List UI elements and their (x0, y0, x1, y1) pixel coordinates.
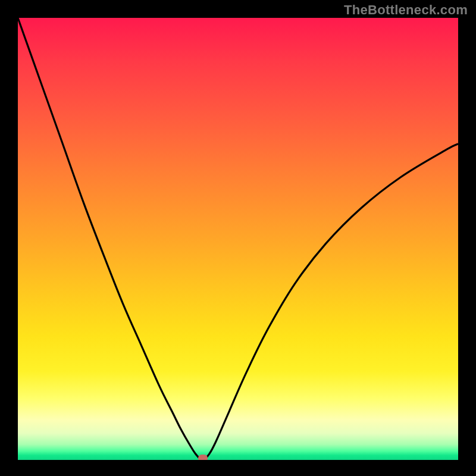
optimal-point-marker (198, 455, 208, 460)
bottleneck-curve (18, 18, 458, 460)
curve-path (18, 18, 458, 460)
chart-frame: TheBottleneck.com (0, 0, 476, 476)
plot-area (18, 18, 458, 460)
watermark-text: TheBottleneck.com (344, 2, 468, 18)
